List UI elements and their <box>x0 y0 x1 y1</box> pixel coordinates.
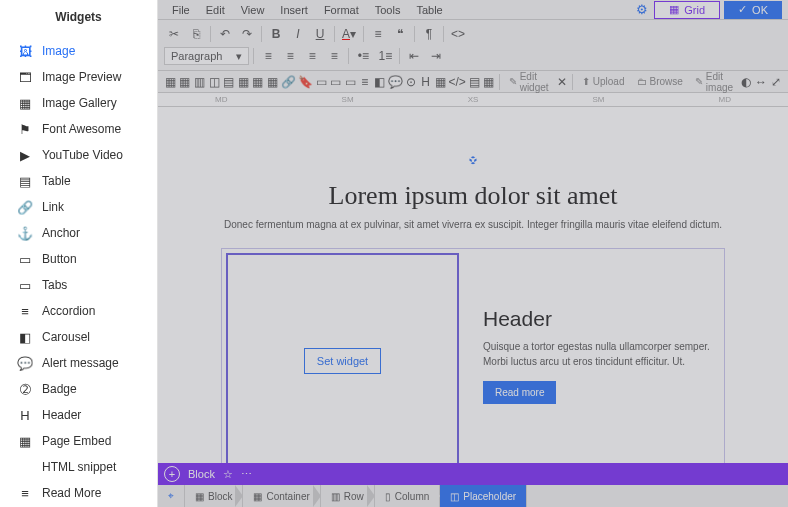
w-icon[interactable]: 💬 <box>388 72 403 92</box>
w-icon[interactable]: ≡ <box>359 72 372 92</box>
editor-canvas[interactable]: Lorem ipsum dolor sit amet Donec ferment… <box>158 107 788 507</box>
w-icon[interactable]: 🔗 <box>281 72 296 92</box>
sidebar-item-html-snippet[interactable]: HTML snippet <box>0 454 157 480</box>
menu-file[interactable]: File <box>164 2 198 18</box>
page-headline[interactable]: Lorem ipsum dolor sit amet <box>221 181 725 211</box>
close-icon[interactable]: ✕ <box>556 72 569 92</box>
align-justify-icon[interactable]: ≡ <box>324 46 344 66</box>
outdent-icon[interactable]: ⇤ <box>404 46 424 66</box>
italic-icon[interactable]: I <box>288 24 308 44</box>
sidebar-item-badge[interactable]: ➁Badge <box>0 376 157 402</box>
align-left-icon[interactable]: ≡ <box>368 24 388 44</box>
sidebar-item-font-awesome[interactable]: ⚑Font Awesome <box>0 116 157 142</box>
crumb-container[interactable]: ▦Container <box>243 485 320 507</box>
sidebar-item-alert-message[interactable]: 💬Alert message <box>0 350 157 376</box>
sidebar-item-youtube-video[interactable]: ▶YouTube Video <box>0 142 157 168</box>
toolbar: ✂ ⎘ ↶ ↷ B I U A▾ ≡ ❝ ¶ <> Paragraph▾ ≡ ≡… <box>158 20 788 71</box>
redo-icon[interactable]: ↷ <box>237 24 257 44</box>
cube-icon <box>221 147 725 175</box>
star-icon[interactable]: ☆ <box>223 468 233 481</box>
widget-placeholder[interactable]: Set widget <box>226 253 459 469</box>
menu-insert[interactable]: Insert <box>272 2 316 18</box>
page-subtext[interactable]: Donec fermentum magna at ex pulvinar, si… <box>221 219 725 230</box>
w-icon[interactable]: ▦ <box>266 72 279 92</box>
menu-tools[interactable]: Tools <box>367 2 409 18</box>
underline-icon[interactable]: U <box>310 24 330 44</box>
copy-icon[interactable]: ⎘ <box>186 24 206 44</box>
w-icon[interactable]: ▦ <box>252 72 265 92</box>
column-body[interactable]: Quisque a tortor egestas nulla ullamcorp… <box>483 339 716 369</box>
w-icon[interactable]: H <box>419 72 432 92</box>
sidebar-item-link[interactable]: 🔗Link <box>0 194 157 220</box>
ok-button[interactable]: ✓ OK <box>724 1 782 19</box>
w-icon[interactable]: ▤ <box>468 72 481 92</box>
menu-view[interactable]: View <box>233 2 273 18</box>
w-icon[interactable]: ↔ <box>755 72 768 92</box>
sidebar-item-image[interactable]: 🖼Image <box>0 38 157 64</box>
edit-image-button[interactable]: ✎ Edit image <box>690 71 738 93</box>
paragraph-icon[interactable]: ¶ <box>419 24 439 44</box>
add-block-icon[interactable]: + <box>164 466 180 482</box>
bold-icon[interactable]: B <box>266 24 286 44</box>
sidebar-item-read-more[interactable]: ≡Read More <box>0 480 157 506</box>
sidebar-item-header[interactable]: HHeader <box>0 402 157 428</box>
w-icon[interactable]: ▭ <box>344 72 357 92</box>
cut-icon[interactable]: ✂ <box>164 24 184 44</box>
browse-button[interactable]: 🗀 Browse <box>632 76 688 87</box>
w-icon[interactable]: ⤢ <box>769 72 782 92</box>
w-icon[interactable]: ▥ <box>193 72 206 92</box>
crumb-placeholder[interactable]: ◫Placeholder <box>440 485 527 507</box>
align-center-icon[interactable]: ≡ <box>280 46 300 66</box>
more-icon[interactable]: ⋯ <box>241 468 252 481</box>
grid-button[interactable]: ▦ Grid <box>654 1 720 19</box>
code-icon[interactable]: <> <box>448 24 468 44</box>
sidebar-item-carousel[interactable]: ◧Carousel <box>0 324 157 350</box>
sidebar-item-image-gallery[interactable]: ▦Image Gallery <box>0 90 157 116</box>
w-icon[interactable]: 🔖 <box>298 72 313 92</box>
sidebar-item-tabs[interactable]: ▭Tabs <box>0 272 157 298</box>
menu-table[interactable]: Table <box>408 2 450 18</box>
w-icon[interactable]: ⊙ <box>405 72 418 92</box>
w-icon[interactable]: ▦ <box>482 72 495 92</box>
set-widget-button[interactable]: Set widget <box>304 348 381 374</box>
w-icon[interactable]: ▦ <box>434 72 447 92</box>
widget-icon: ⚑ <box>18 122 32 136</box>
sidebar-item-image-preview[interactable]: 🗔Image Preview <box>0 64 157 90</box>
w-icon[interactable]: </> <box>449 72 466 92</box>
column-header[interactable]: Header <box>483 307 716 331</box>
w-icon[interactable]: ◫ <box>208 72 221 92</box>
paragraph-select[interactable]: Paragraph▾ <box>164 47 249 65</box>
w-icon[interactable]: ▦ <box>237 72 250 92</box>
w-icon[interactable]: ◧ <box>373 72 386 92</box>
undo-icon[interactable]: ↶ <box>215 24 235 44</box>
menu-format[interactable]: Format <box>316 2 367 18</box>
quote-icon[interactable]: ❝ <box>390 24 410 44</box>
w-icon[interactable]: ▦ <box>179 72 192 92</box>
align-right-icon[interactable]: ≡ <box>302 46 322 66</box>
w-icon[interactable]: ▭ <box>329 72 342 92</box>
upload-button[interactable]: ⬆ Upload <box>577 76 630 87</box>
w-icon[interactable]: ▦ <box>164 72 177 92</box>
widget-icon: ◧ <box>18 330 32 344</box>
sidebar-item-table[interactable]: ▤Table <box>0 168 157 194</box>
settings-gear-icon[interactable]: ⚙ <box>636 2 648 17</box>
crumb-column[interactable]: ▯Column <box>375 485 440 507</box>
edit-widget-button[interactable]: ✎ Edit widget <box>504 71 554 93</box>
widget-icon: 💬 <box>18 356 32 370</box>
w-icon[interactable]: ▤ <box>222 72 235 92</box>
menu-edit[interactable]: Edit <box>198 2 233 18</box>
w-icon[interactable]: ▭ <box>315 72 328 92</box>
sidebar-item-page-embed[interactable]: ▦Page Embed <box>0 428 157 454</box>
align-left-icon[interactable]: ≡ <box>258 46 278 66</box>
sidebar-item-anchor[interactable]: ⚓Anchor <box>0 220 157 246</box>
sidebar-item-accordion[interactable]: ≡Accordion <box>0 298 157 324</box>
sidebar-item-button[interactable]: ▭Button <box>0 246 157 272</box>
text-column[interactable]: Header Quisque a tortor egestas nulla ul… <box>475 249 724 473</box>
indent-icon[interactable]: ⇥ <box>426 46 446 66</box>
w-icon[interactable]: ◐ <box>740 72 753 92</box>
crumb-target-icon[interactable]: ⌖ <box>158 485 185 507</box>
list-bullet-icon[interactable]: •≡ <box>353 46 373 66</box>
read-more-button[interactable]: Read more <box>483 381 556 404</box>
list-number-icon[interactable]: 1≡ <box>375 46 395 66</box>
text-color-icon[interactable]: A▾ <box>339 24 359 44</box>
